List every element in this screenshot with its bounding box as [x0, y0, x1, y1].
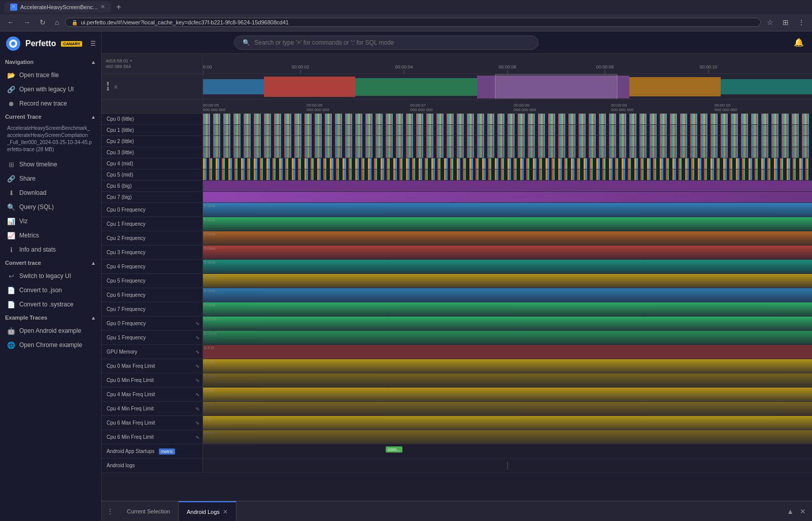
sidebar-item-info-stats[interactable]: ℹ Info and stats: [0, 242, 101, 257]
sidebar-item-switch-legacy[interactable]: ↩ Switch to legacy UI: [0, 269, 101, 283]
sidebar-item-show-timeline[interactable]: ⊞ Show timeline: [0, 157, 101, 171]
navigation-section-header[interactable]: Navigation ▲: [0, 56, 101, 68]
convert-trace-section-header[interactable]: Convert trace ▲: [0, 257, 101, 269]
cpu4-min-pin-icon[interactable]: ∿: [195, 406, 199, 411]
overview-minimap[interactable]: ⬆⬇ ≡: [101, 74, 812, 99]
track-content-gpu0-freq[interactable]: 0.75 M: [203, 317, 812, 330]
cpu4-max-pin-icon[interactable]: ∿: [195, 392, 199, 397]
track-label-cpu0-max-freq[interactable]: Cpu 0 Max Freq Limit ∿: [101, 359, 203, 373]
track-label-cpu4-min-freq[interactable]: Cpu 4 Min Freq Limit ∿: [101, 402, 203, 415]
search-box[interactable]: 🔍: [234, 36, 538, 50]
gpu1-pin-icon[interactable]: ∿: [195, 335, 199, 340]
track-label-cpu0-freq[interactable]: Cpu 0 Frequency: [101, 203, 203, 217]
close-panel-icon[interactable]: ✕: [798, 505, 808, 517]
track-content-cpu7-freq[interactable]: 5 GHz: [203, 302, 812, 316]
track-label-cpu4[interactable]: Cpu 4 (mid): [101, 158, 203, 169]
cpu6-min-pin-icon[interactable]: ∿: [195, 434, 199, 440]
track-label-cpu0-min-freq[interactable]: Cpu 0 Min Freq Limit ∿: [101, 373, 203, 387]
track-label-cpu1-freq[interactable]: Cpu 1 Frequency: [101, 217, 203, 231]
sort-icons[interactable]: ⬆⬇: [106, 82, 110, 92]
sidebar-item-open-android[interactable]: 🤖 Open Android example: [0, 324, 101, 338]
search-input[interactable]: [254, 39, 530, 46]
track-content-cpu0-min-freq[interactable]: 0.5 M: [203, 373, 812, 387]
track-content-cpu4[interactable]: [203, 158, 812, 169]
add-tab-button[interactable]: +: [113, 2, 124, 13]
sidebar-item-open-legacy[interactable]: 🔗 Open with legacy UI: [0, 82, 101, 96]
track-content-cpu0-max-freq[interactable]: 2.5 M: [203, 359, 812, 373]
sidebar-item-query-sql[interactable]: 🔍 Query (SQL): [0, 200, 101, 214]
track-content-cpu2-freq[interactable]: 5 GHz: [203, 231, 812, 245]
tab-close-icon[interactable]: ✕: [100, 4, 105, 10]
bottom-drag-icon[interactable]: ⋮: [101, 507, 119, 515]
android-logs-tab-close[interactable]: ✕: [223, 508, 228, 515]
track-label-gpu0-freq[interactable]: Gpu 0 Frequency ∿: [101, 317, 203, 330]
url-bar[interactable]: 🔒 ui.perfetto.dev/#!/viewer?local_cache_…: [65, 18, 761, 27]
track-content-gpu1-freq[interactable]: 0.75 M: [203, 331, 812, 344]
current-trace-section-header[interactable]: Current Trace ▲: [0, 111, 101, 123]
cpu0-min-pin-icon[interactable]: ∿: [195, 377, 199, 383]
bottom-tab-current-selection[interactable]: Current Selection: [119, 501, 179, 521]
bottom-tab-android-logs[interactable]: Android Logs ✕: [179, 501, 236, 521]
extensions-button[interactable]: ⊞: [780, 17, 792, 27]
back-button[interactable]: ←: [4, 17, 17, 27]
sidebar-item-viz[interactable]: 📊 Viz: [0, 214, 101, 228]
track-content-cpu3[interactable]: [203, 147, 812, 158]
track-label-gpu1-freq[interactable]: Gpu 1 Frequency ∿: [101, 331, 203, 344]
track-label-cpu6-max-freq[interactable]: Cpu 6 Max Freq Limit ∿: [101, 416, 203, 430]
track-label-cpu2-freq[interactable]: Cpu 2 Frequency: [101, 231, 203, 245]
track-content-cpu4-min-freq[interactable]: 0.5 M: [203, 402, 812, 415]
track-label-cpu7-freq[interactable]: Cpu 7 Frequency: [101, 302, 203, 316]
sidebar-item-open-chrome[interactable]: 🌐 Open Chrome example: [0, 338, 101, 352]
track-content-android-app-startups[interactable]: com...: [203, 444, 812, 458]
home-button[interactable]: ⌂: [52, 17, 62, 27]
browser-menu-button[interactable]: ⋮: [795, 17, 808, 27]
sidebar-item-convert-systrace[interactable]: 📄 Convert to .systrace: [0, 297, 101, 311]
sidebar-item-convert-json[interactable]: 📄 Convert to .json: [0, 283, 101, 297]
forward-button[interactable]: →: [20, 17, 33, 27]
track-label-cpu5[interactable]: Cpu 5 (mid): [101, 169, 203, 180]
track-content-cpu6-freq[interactable]: 5 GHz: [203, 288, 812, 302]
hamburger-icon[interactable]: ☰: [90, 40, 96, 47]
track-label-cpu3-freq[interactable]: Cpu 3 Frequency: [101, 246, 203, 259]
sidebar-item-download[interactable]: ⬇ Download: [0, 186, 101, 200]
sidebar-item-metrics[interactable]: 📈 Metrics: [0, 228, 101, 242]
track-content-cpu1-freq[interactable]: 5 GHz: [203, 217, 812, 231]
track-label-cpu3[interactable]: Cpu 3 (little): [101, 147, 203, 158]
track-label-cpu4-freq[interactable]: Cpu 4 Frequency: [101, 260, 203, 273]
track-content-cpu2[interactable]: [203, 136, 812, 147]
track-content-cpu6-min-freq[interactable]: 0.5 M: [203, 430, 812, 444]
track-label-cpu1[interactable]: Cpu 1 (little): [101, 125, 203, 135]
track-content-gpu-memory[interactable]: 0.5 G: [203, 345, 812, 359]
track-content-android-logs[interactable]: [203, 459, 812, 472]
sidebar-item-share[interactable]: 🔗 Share: [0, 171, 101, 186]
track-label-cpu6-min-freq[interactable]: Cpu 6 Min Freq Limit ∿: [101, 430, 203, 444]
track-content-cpu1[interactable]: [203, 125, 812, 135]
track-content-cpu0[interactable]: [203, 114, 812, 124]
track-content-cpu7[interactable]: [203, 192, 812, 202]
browser-tab-active[interactable]: P AccelerateHeavyScreenBenc... ✕: [4, 2, 111, 13]
track-label-cpu7[interactable]: Cpu 7 (big): [101, 192, 203, 202]
track-label-android-app-startups[interactable]: Android App Startups metric: [101, 444, 203, 458]
notification-icon[interactable]: 🔔: [794, 38, 804, 47]
track-content-cpu6[interactable]: [203, 181, 812, 191]
track-label-cpu4-max-freq[interactable]: Cpu 4 Max Freq Limit ∿: [101, 388, 203, 401]
track-content-cpu5-freq[interactable]: 5 GHz: [203, 274, 812, 288]
sidebar-item-open-trace[interactable]: 📂 Open trace file: [0, 68, 101, 82]
track-content-cpu4-freq[interactable]: 5 GHz: [203, 260, 812, 273]
track-label-cpu0[interactable]: Cpu 0 (little): [101, 114, 203, 124]
sidebar-item-record-trace[interactable]: ⏺ Record new trace: [0, 96, 101, 111]
gpu0-pin-icon[interactable]: ∿: [195, 321, 199, 326]
cpu0-max-pin-icon[interactable]: ∿: [195, 363, 199, 369]
track-content-cpu5[interactable]: [203, 169, 812, 180]
track-content-cpu6-max-freq[interactable]: 5 M: [203, 416, 812, 430]
collapse-panel-icon[interactable]: ▲: [785, 505, 796, 517]
track-label-cpu6[interactable]: Cpu 6 (big): [101, 181, 203, 191]
track-label-cpu6-freq[interactable]: Cpu 6 Frequency: [101, 288, 203, 302]
tracks-area[interactable]: Cpu 0 (little) Cpu 1 (little) Cpu 2 (lit…: [101, 114, 812, 501]
track-label-cpu5-freq[interactable]: Cpu 5 Frequency: [101, 274, 203, 288]
bookmark-button[interactable]: ☆: [764, 17, 776, 27]
track-label-android-logs[interactable]: Android logs: [101, 459, 203, 472]
reload-button[interactable]: ↻: [37, 17, 49, 27]
track-label-cpu2[interactable]: Cpu 2 (little): [101, 136, 203, 147]
cpu6-max-pin-icon[interactable]: ∿: [195, 420, 199, 426]
